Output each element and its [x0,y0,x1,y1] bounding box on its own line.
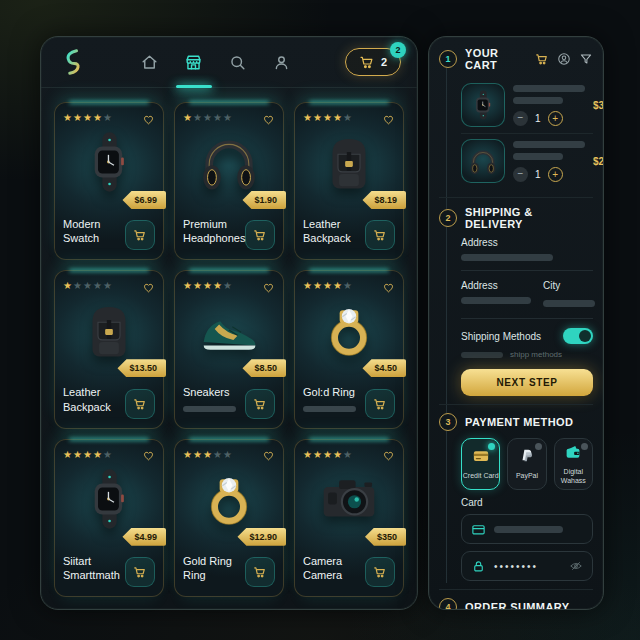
checkout-panel: 1 YOUR CART − 1 + $39.00 [428,36,604,610]
chevron-down-icon[interactable] [601,297,604,309]
user-circle-icon[interactable] [557,52,571,66]
address2-label: Address [461,280,531,291]
price-tag: $4.50 [362,359,406,377]
price-tag: $8.50 [242,359,286,377]
shipping-methods-toggle[interactable] [563,328,593,344]
product-card[interactable]: ★★★★★ $8.19 Leather Backpack [294,102,404,260]
product-card[interactable]: ★★★★★ $1.90 Premium Headphones [174,102,284,260]
password-mask: •••••••• [494,561,538,572]
quantity-decrease-button[interactable]: − [513,111,528,126]
product-card[interactable]: ★★★★★ $4.50 Gol:d Ring [294,270,404,428]
add-to-cart-button[interactable] [365,557,395,587]
product-card[interactable]: ★★★★★ $4.99 Siitart Smarttmath [54,439,164,597]
store-icon[interactable] [183,51,205,73]
section-title: YOUR CART [465,47,527,71]
star-filled-icon: ★ [333,112,343,123]
selection-dot [581,443,588,450]
heart-icon[interactable] [382,280,395,293]
price-tag: $6.99 [122,191,166,209]
address2-input[interactable] [461,297,531,304]
rating-stars: ★★★★★ [63,450,113,460]
star-filled-icon: ★ [333,280,343,291]
add-to-cart-button[interactable] [245,557,275,587]
address-input[interactable] [461,254,553,261]
product-card[interactable]: ★★★★★ $12.90 Gold Ring Ring [174,439,284,597]
step-badge: 1 [439,50,457,68]
card-number-input[interactable] [461,514,593,544]
star-empty-icon: ★ [203,112,213,123]
star-empty-icon: ★ [223,112,233,123]
heart-icon[interactable] [142,280,155,293]
paypal-icon [516,447,538,469]
cart-button[interactable]: 2 2 [345,48,401,76]
section-your-cart: 1 YOUR CART − 1 + $39.00 [439,47,593,189]
payment-label: PayPal [516,472,538,481]
profile-icon[interactable] [271,51,293,73]
product-card[interactable]: ★★★★★ $350 Camera Camera [294,439,404,597]
star-empty-icon: ★ [343,280,353,291]
step-badge: 4 [439,598,457,610]
cart-items: − 1 + $39.00 − 1 + $29.00 [461,78,593,189]
product-title: Camera Camera [303,554,371,583]
star-empty-icon: ★ [103,280,113,291]
star-filled-icon: ★ [313,280,323,291]
payment-methods: Credit Card PayPal Digital Wahass [461,438,593,490]
quantity-decrease-button[interactable]: − [513,167,528,182]
card-number-placeholder [494,526,563,533]
price-tag: $4.99 [122,528,166,546]
nav-icons [139,51,293,73]
add-to-cart-button[interactable] [245,220,275,250]
heart-icon[interactable] [382,112,395,125]
star-filled-icon: ★ [323,112,333,123]
rating-stars: ★★★★★ [303,450,353,460]
price-tag: $13.50 [117,359,166,377]
add-to-cart-button[interactable] [365,220,395,250]
product-card[interactable]: ★★★★★ $13.50 Leather Backpack [54,270,164,428]
heart-icon[interactable] [142,112,155,125]
selection-dot [488,443,495,450]
star-filled-icon: ★ [93,112,103,123]
add-to-cart-button[interactable] [245,389,275,419]
filter-icon[interactable] [579,52,593,66]
heart-icon[interactable] [262,112,275,125]
add-to-cart-button[interactable] [125,220,155,250]
add-to-cart-button[interactable] [365,389,395,419]
price-tag: $12.90 [237,528,286,546]
product-image [63,125,155,199]
heart-icon[interactable] [262,448,275,461]
star-empty-icon: ★ [213,449,223,460]
star-empty-icon: ★ [193,112,203,123]
rating-stars: ★★★★★ [63,113,113,123]
product-card[interactable]: ★★★★★ $6.99 Modern Swatch [54,102,164,260]
star-filled-icon: ★ [73,449,83,460]
shipping-methods-hint: shipp methods [510,350,562,359]
heart-icon[interactable] [142,448,155,461]
eye-off-icon[interactable] [569,559,583,573]
price-tag: $1.90 [242,191,286,209]
rating-stars: ★★★★★ [183,450,233,460]
star-empty-icon: ★ [103,449,113,460]
star-filled-icon: ★ [193,280,203,291]
star-empty-icon: ★ [223,449,233,460]
product-card[interactable]: ★★★★★ $8.50 Sneakers [174,270,284,428]
star-filled-icon: ★ [203,449,213,460]
search-icon[interactable] [227,51,249,73]
next-step-button[interactable]: NEXT STEP [461,369,593,396]
quantity-increase-button[interactable]: + [548,111,563,126]
city-input[interactable] [543,300,595,307]
rating-stars: ★★★★★ [183,113,233,123]
payment-method-chip[interactable]: Digital Wahass [554,438,593,490]
heart-icon[interactable] [382,448,395,461]
home-icon[interactable] [139,51,161,73]
quantity-increase-button[interactable]: + [548,167,563,182]
card-password-input[interactable]: •••••••• [461,551,593,581]
heart-icon[interactable] [262,280,275,293]
payment-method-chip[interactable]: Credit Card [461,438,500,490]
add-to-cart-button[interactable] [125,389,155,419]
payment-method-chip[interactable]: PayPal [507,438,546,490]
product-title: Modern Swatch [63,217,131,246]
cart-icon[interactable] [535,52,549,66]
item-text-bar [513,97,563,104]
add-to-cart-button[interactable] [125,557,155,587]
star-filled-icon: ★ [203,280,213,291]
